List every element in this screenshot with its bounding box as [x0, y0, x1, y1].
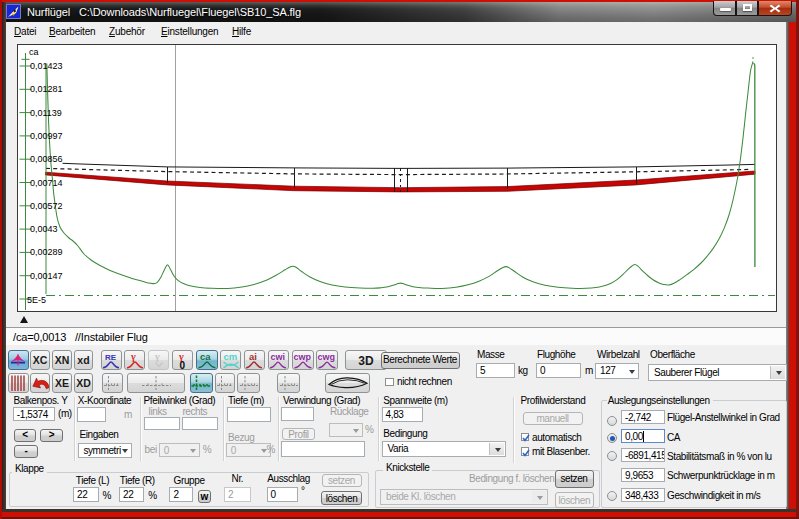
- svg-text:γ: γ: [130, 351, 136, 362]
- svg-text:0,00856: 0,00856: [30, 154, 63, 164]
- svg-text:ai: ai: [249, 351, 257, 362]
- svg-text:0: 0: [179, 360, 185, 370]
- svg-text:0,00997: 0,00997: [30, 131, 63, 141]
- svg-text:0,00572: 0,00572: [30, 201, 63, 211]
- svg-text:0,00714: 0,00714: [30, 178, 63, 188]
- svg-text:0,00289: 0,00289: [30, 247, 63, 257]
- svg-text:0,0043: 0,0043: [30, 224, 58, 234]
- svg-text:ca: ca: [29, 47, 39, 57]
- svg-text:cwp: cwp: [293, 352, 311, 362]
- svg-text:0,01139: 0,01139: [30, 108, 62, 118]
- svg-text:0,01423: 0,01423: [30, 61, 63, 71]
- svg-text:RE: RE: [105, 353, 117, 362]
- svg-text:cm: cm: [223, 351, 237, 362]
- svg-text:0,01281: 0,01281: [30, 84, 63, 94]
- svg-text:cwg: cwg: [317, 352, 335, 362]
- svg-text:cwi: cwi: [271, 352, 286, 362]
- svg-text:0,00147: 0,00147: [30, 271, 63, 281]
- svg-text:ca: ca: [200, 351, 211, 362]
- svg-text:5E-5: 5E-5: [27, 295, 46, 305]
- svg-text:γ: γ: [154, 351, 160, 362]
